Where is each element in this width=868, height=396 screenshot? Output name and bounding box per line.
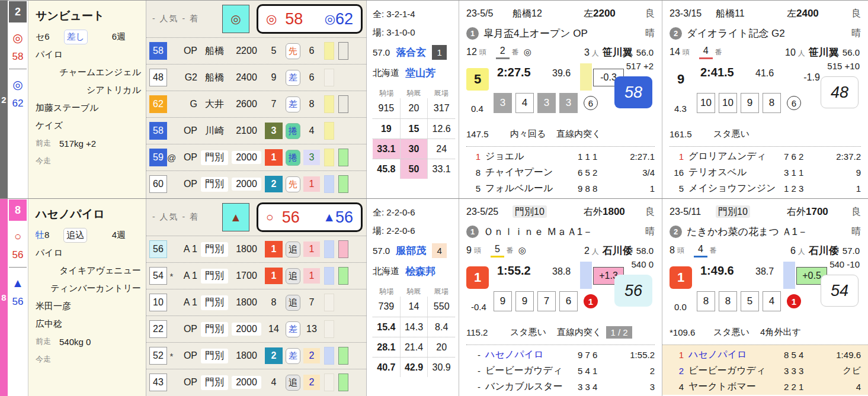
finisher-row: 5 フォルベルール 9 8 8 1	[466, 181, 655, 197]
sire: パイロ	[36, 244, 142, 262]
stats-row: 15.4 14.3 8.4	[373, 317, 455, 337]
speed-index-box: 58	[614, 76, 652, 108]
trainer-link[interactable]: 堂山芳	[405, 66, 435, 80]
finisher-name[interactable]: グロリアムンディ	[688, 150, 784, 163]
finisher-corner-positions: 9 7 6	[578, 350, 620, 360]
prev-race-label: 前走	[36, 138, 51, 149]
stats-cell: 8.4	[427, 317, 455, 337]
race-jockey[interactable]: 笹川翼	[809, 46, 839, 59]
horse-number-box: 2	[9, 1, 27, 22]
finish-position-box: 1	[466, 266, 489, 289]
past-race-row[interactable]: 48 G2 船橋 2400 9 差 6	[146, 64, 366, 91]
panel-header-line: 23-3/15 船橋11 左2400 良	[670, 4, 861, 23]
race-index-box: 43	[149, 374, 167, 391]
jockey-line: 57.0 服部茂 4	[373, 240, 455, 261]
last-3f-time: 38.8	[552, 266, 571, 277]
margin-color-block	[783, 262, 795, 289]
race-jockey[interactable]: 笹川翼	[603, 46, 633, 59]
marks-column: 8 ○ 56 ▲ 56	[8, 199, 28, 396]
finisher-row: 2 ビービーガウディ 3 3 3 クビ	[670, 363, 861, 379]
race-detail-panels: 23-5/5 船橋12 左2200 良 1 皐月盃4上オープン OP 晴	[459, 1, 868, 198]
race-jockey[interactable]: 石川倭	[603, 244, 633, 257]
popularity-label: 人	[592, 49, 599, 59]
race-level-index: 161.5	[670, 129, 703, 139]
race-time: 1:55.2	[497, 264, 531, 278]
past-race-panel: 23-5/5 船橋12 左2200 良 1 皐月盃4上オープン OP 晴	[459, 1, 662, 198]
finisher-time-margin: 4	[827, 382, 861, 392]
finisher-name[interactable]: ヤークトボマー	[688, 381, 784, 393]
past-race-row[interactable]: 54 * A 1 門別 1700 1 追 1	[146, 262, 366, 289]
marks-divider	[9, 69, 27, 69]
flag-block-2	[338, 95, 348, 113]
gate-label: 番	[512, 47, 519, 57]
race-index-box: 58	[149, 42, 167, 60]
past-race-row[interactable]: 58 OP 船橋 2200 5 先 6	[146, 37, 366, 64]
field-jockey-line: 14 頭 4 番 10 人 笹川翼 56.0	[670, 43, 861, 61]
past-race-row[interactable]: 10 A 1 門別 1800 8 追 7	[146, 289, 366, 315]
result-block: 1 0.0 1:49.6 38.7 +0.5 540 -10 54	[670, 262, 861, 322]
venue-race-no: 船橋11	[716, 8, 779, 20]
race-finish: 4	[303, 123, 320, 139]
horse-name[interactable]: ハセノパイロ	[36, 202, 142, 226]
stats-cell: 15	[400, 119, 428, 139]
flag-block-1	[324, 149, 334, 166]
pick-value-red: 56	[8, 249, 28, 261]
corner-position-box: 9	[494, 291, 512, 311]
race-class: OP	[176, 46, 197, 56]
race-class: OP	[176, 377, 197, 388]
past-race-row[interactable]: 60 OP 門別 2000 2 先 1	[146, 170, 366, 197]
race-pick-mark: ◎	[518, 245, 526, 256]
trainer-link[interactable]: 桧森邦	[405, 265, 435, 278]
finisher-name[interactable]: チャイヤプーン	[485, 166, 578, 179]
jockey-link[interactable]: 服部茂	[396, 244, 426, 257]
popularity-label: 人	[798, 247, 805, 257]
prev-weight-line: 前走 540kg 0	[36, 333, 142, 350]
racecard-grid: 2 2 ◎ 58 ◎ 62 サンビュート セ6 差し 6週	[0, 0, 868, 396]
last-3f-time: 41.6	[755, 68, 774, 79]
race-date: 23-5/25	[466, 207, 513, 217]
finisher-name[interactable]: ハセノパイロ	[485, 349, 578, 361]
race-comment-1: スタ悪い	[713, 327, 750, 338]
field-size: 14	[670, 47, 680, 57]
past-race-row[interactable]: 56 A 1 門別 1800 1 追 1	[146, 236, 366, 262]
race-popularity: 7	[265, 96, 283, 112]
jockey-link[interactable]: 落合玄	[396, 46, 426, 59]
direction-distance: 右外1700	[779, 206, 851, 218]
finisher-time-margin: 1:49.6	[827, 350, 861, 360]
finisher-name[interactable]: ビービーガウディ	[485, 365, 578, 377]
race-name: Ｏｎｌｉｎｅ ＭａＡ1－	[483, 225, 645, 239]
finisher-name[interactable]: ハセノパイロ	[688, 349, 784, 361]
finisher-number: 1	[466, 152, 481, 162]
finisher-name[interactable]: バンカブルスター	[485, 381, 578, 393]
gate-label: 番	[507, 246, 514, 256]
flag-block-2	[338, 374, 348, 391]
past-race-row[interactable]: 43 OP 門別 2000 4 追 2	[146, 369, 366, 395]
race-jockey[interactable]: 石川倭	[809, 244, 839, 257]
summary-value-red: 56	[282, 208, 300, 227]
finisher-name[interactable]: ジョエル	[485, 150, 578, 163]
past-race-row[interactable]: 52 * OP 門別 1800 2 差 2	[146, 342, 366, 369]
finisher-name[interactable]: テリオスベル	[688, 166, 784, 179]
race-class: A 1	[176, 297, 197, 308]
past-race-row[interactable]: 58 OP 川崎 2100 3 捲 4	[146, 117, 366, 144]
race-distance: 2000	[232, 151, 261, 164]
race-popularity: 5	[265, 43, 283, 59]
races-header: - 人気 - 着 ◎ ◎ 58 ◎ 62	[146, 1, 366, 37]
finisher-name[interactable]: メイショウフンジン	[688, 182, 784, 195]
past-race-row[interactable]: 62 G 大井 2600 7 差 8	[146, 91, 366, 117]
stats-cell: 45.8	[373, 159, 400, 179]
finisher-name[interactable]: フォルベルール	[485, 182, 578, 195]
stats-cell: 30	[400, 139, 428, 159]
past-race-row[interactable]: 59 @ OP 門別 2000 1 捲 3	[146, 144, 366, 170]
race-finish: 1	[303, 176, 320, 192]
corner-position-box: 4	[515, 93, 534, 113]
corner-position-box: 7	[537, 291, 556, 311]
finisher-time-margin: 2:37.2	[827, 152, 861, 162]
finisher-name[interactable]: ビービーガウディ	[688, 365, 784, 377]
race-venue: 川崎	[201, 124, 228, 139]
trainer-region: 北海道	[373, 67, 399, 79]
past-race-row[interactable]: 22 OP 門別 2000 14 差 13	[146, 315, 366, 342]
race-flag: @	[167, 153, 176, 163]
horse-name[interactable]: サンビュート	[36, 4, 142, 28]
race-mark-box: ◎	[222, 5, 249, 33]
